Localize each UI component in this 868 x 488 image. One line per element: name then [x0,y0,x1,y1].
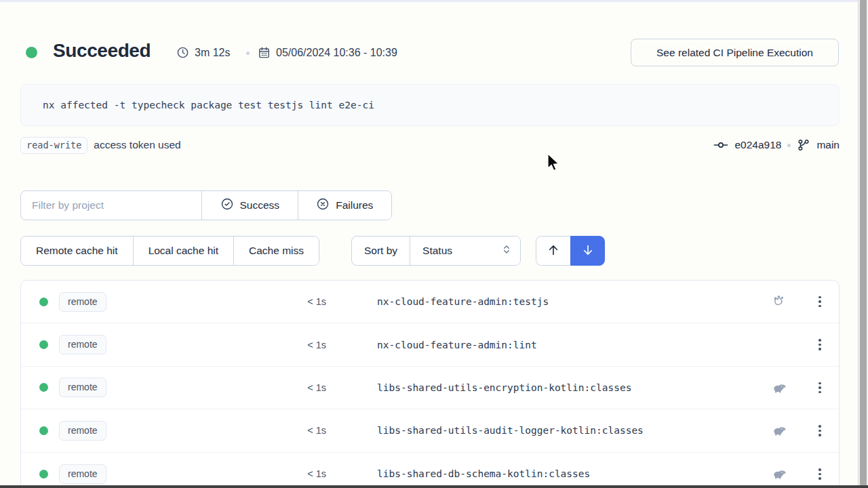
task-row[interactable]: remote < 1s libs-shared-db-schema-kotlin… [21,453,839,488]
task-status-dot [39,470,48,479]
sort-field-select[interactable]: Status [410,237,520,265]
access-token-info: read-write access token used [20,137,181,154]
filter-success-button[interactable]: Success [202,191,298,220]
duration-text: 3m 12s [195,47,230,59]
task-duration: < 1s [285,340,326,350]
run-details-page: Succeeded 3m 12s 05/06/2024 10:36 - 10:3… [0,0,868,488]
filter-by-project-input[interactable] [21,191,202,220]
task-status-dot [39,383,48,392]
top-divider [0,0,868,2]
x-circle-icon [316,197,330,214]
branch-name[interactable]: main [816,139,840,151]
row-menu-button[interactable] [810,464,829,483]
cache-source-badge: remote [59,464,106,484]
command-text: nx affected -t typecheck package test te… [43,100,374,110]
cache-miss-button[interactable]: Cache miss [234,237,319,265]
filter-success-label: Success [240,199,280,211]
row-menu-button[interactable] [810,336,829,354]
command-block: nx affected -t typecheck package test te… [20,84,840,126]
gradle-icon [770,421,789,440]
commit-hash[interactable]: e024a918 [734,139,781,151]
task-duration: < 1s [285,296,326,307]
run-status-dot [26,47,37,58]
filter-bar: Success Failures [20,190,392,220]
task-row[interactable]: remote < 1s nx-cloud-feature-admin:lint [21,323,839,366]
task-name[interactable]: nx-cloud-feature-admin:testjs [377,296,549,307]
page-title: Succeeded [53,40,151,62]
task-row[interactable]: remote < 1s libs-shared-utils-audit-logg… [21,409,839,452]
sort-selected-value: Status [422,245,452,257]
task-status-dot [39,426,48,435]
filter-failures-button[interactable]: Failures [298,191,391,220]
clock-icon [176,46,189,59]
task-duration: < 1s [285,382,326,393]
sort-bar: Sort by Status [351,236,521,266]
cache-source-badge: remote [59,421,106,441]
cache-source-badge: remote [59,378,106,397]
filter-failures-label: Failures [336,199,373,211]
scrollbar-thumb[interactable] [860,0,867,485]
task-row[interactable]: remote < 1s nx-cloud-feature-admin:testj… [21,281,839,323]
cache-source-badge: remote [59,292,106,312]
token-row: read-write access token used e024a918 ma… [20,136,840,155]
task-name[interactable]: libs-shared-utils-encryption-kotlin:clas… [377,382,631,393]
check-circle-icon [220,197,234,214]
run-duration: 3m 12s [176,46,230,59]
gradle-icon [770,378,789,397]
calendar-icon [258,46,271,59]
arrow-down-icon [580,243,595,260]
token-scope-badge: read-write [20,137,87,154]
task-duration: < 1s [285,425,326,436]
row-menu-button[interactable] [810,292,829,311]
vcs-info: e024a918 main [713,138,840,152]
task-status-dot [39,298,48,306]
token-label: access token used [94,139,180,151]
separator-dot [246,52,250,55]
sort-by-label: Sort by [352,237,410,265]
task-status-dot [39,340,48,349]
chevron-updown-icon [501,244,512,258]
jest-icon [770,292,789,311]
separator-dot [787,144,791,147]
run-date: 05/06/2024 10:36 - 10:39 [258,46,397,59]
sort-direction-toggle [536,236,605,266]
cache-source-badge: remote [59,335,106,354]
vertical-scrollbar[interactable] [858,0,868,488]
mouse-cursor [547,153,561,176]
task-duration: < 1s [285,468,326,479]
bottom-window-edge [0,485,868,488]
task-name[interactable]: libs-shared-db-schema-kotlin:classes [377,468,590,479]
sort-descending-button[interactable] [570,236,605,266]
gradle-icon [770,464,789,483]
task-name[interactable]: libs-shared-utils-audit-logger-kotlin:cl… [377,425,644,436]
commit-icon [713,140,728,150]
branch-icon [797,138,810,152]
task-list: remote < 1s nx-cloud-feature-admin:testj… [20,280,840,488]
date-range-text: 05/06/2024 10:36 - 10:39 [276,47,397,59]
cache-filter-bar: Remote cache hit Local cache hit Cache m… [20,236,319,266]
task-name[interactable]: nx-cloud-feature-admin:lint [377,340,537,350]
sort-ascending-button[interactable] [536,236,570,266]
task-row[interactable]: remote < 1s libs-shared-utils-encryption… [21,367,839,409]
row-menu-button[interactable] [810,378,829,397]
row-menu-button[interactable] [810,421,829,440]
local-cache-hit-button[interactable]: Local cache hit [134,237,234,265]
see-related-pipeline-button[interactable]: See related CI Pipeline Execution [631,39,839,66]
remote-cache-hit-button[interactable]: Remote cache hit [21,237,134,265]
arrow-up-icon [546,243,561,260]
